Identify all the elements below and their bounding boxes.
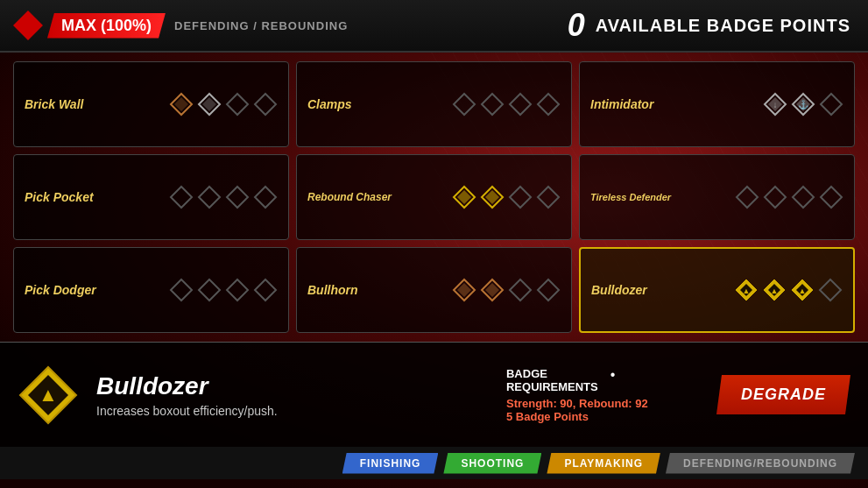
svg-marker-32 [199, 279, 220, 301]
tab-defending[interactable]: DEFENDING/REBOUNDING [666, 453, 855, 474]
svg-marker-6 [454, 94, 475, 115]
badge-icon [452, 185, 476, 209]
badge-icon [819, 185, 843, 209]
badge-icon [452, 92, 476, 117]
badge-icon [536, 185, 561, 209]
svg-marker-8 [510, 94, 531, 115]
badge-icons-brick-wall [90, 92, 278, 117]
tab-playmaking[interactable]: PLAYMAKING [547, 453, 660, 474]
badge-icon [169, 92, 194, 117]
svg-marker-25 [510, 187, 531, 208]
badge-icon [197, 92, 222, 117]
badge-card-pick-pocket[interactable]: Pick Pocket [13, 154, 289, 240]
badge-icon [197, 185, 222, 209]
badge-icon [536, 92, 561, 117]
badge-card-pick-dodger[interactable]: Pick Dodger [13, 247, 289, 333]
tab-shooting[interactable]: SHOOTING [443, 453, 541, 474]
header-left: MAX (100%) DEFENDING / REBOUNDING [18, 13, 348, 39]
badge-icon-gold-1: ▲ [734, 278, 759, 302]
badge-icons-tireless-defender [678, 185, 843, 209]
svg-marker-4 [227, 94, 248, 115]
badge-icon [819, 92, 843, 117]
badge-icon [735, 185, 759, 209]
svg-marker-31 [171, 279, 192, 301]
available-text: AVAILABLE BADGE POINTS [596, 16, 850, 36]
badge-icon [480, 185, 505, 209]
degrade-button[interactable]: DEGRADE [716, 375, 850, 414]
badge-card-bulldozer[interactable]: Bulldozer ▲ ▲ ▲ [579, 247, 855, 333]
badge-icons-intimidator: ↓ ⚓ [660, 92, 843, 117]
badge-icon [169, 278, 194, 302]
svg-marker-29 [793, 187, 814, 208]
badge-icons-pick-pocket [101, 185, 278, 209]
badge-icon [508, 278, 533, 302]
badge-card-intimidator[interactable]: Intimidator ↓ ⚓ [579, 61, 855, 147]
tab-finishing[interactable]: FINISHING [342, 453, 439, 474]
svg-marker-39 [510, 279, 531, 301]
svg-marker-28 [765, 187, 786, 208]
badge-icon [480, 92, 505, 117]
svg-marker-9 [538, 94, 559, 115]
svg-marker-5 [255, 94, 276, 115]
badge-icon: ⚓ [791, 92, 815, 117]
bulldozer-large-icon: ▲ [18, 364, 79, 426]
svg-text:⚓: ⚓ [798, 99, 809, 110]
badge-name-pick-pocket: Pick Pocket [25, 190, 94, 204]
badge-card-clamps[interactable]: Clamps [296, 61, 572, 147]
svg-marker-7 [482, 94, 503, 115]
svg-marker-40 [538, 279, 559, 301]
badge-icon-gold-3: ▲ [790, 278, 815, 302]
badge-card-tireless-defender[interactable]: Tireless Defender [579, 154, 855, 240]
badge-icon [818, 278, 843, 302]
footer-badge-desc: Increases boxout efficiency/push. [96, 404, 489, 418]
badge-icon [225, 278, 250, 302]
footer-badge-name: Bulldozer [96, 372, 489, 400]
badge-icons-clamps [359, 92, 561, 117]
badge-icon [791, 185, 815, 209]
badge-name-intimidator: Intimidator [590, 97, 653, 111]
badge-icon: ↓ [763, 92, 787, 117]
svg-text:▲: ▲ [771, 286, 779, 295]
badge-grid: Brick Wall Clamps [13, 61, 855, 333]
badge-card-bullhorn[interactable]: Bullhorn [296, 247, 572, 333]
badge-icon-gold-2: ▲ [762, 278, 787, 302]
req-title: BADGEREQUIREMENTS [506, 367, 598, 393]
badge-icon [508, 185, 533, 209]
requirements-section: BADGEREQUIREMENTS • Strength: 90, Reboun… [506, 367, 699, 423]
svg-marker-30 [821, 187, 842, 208]
svg-marker-19 [227, 187, 248, 208]
badge-name-brick-wall: Brick Wall [25, 97, 83, 111]
svg-marker-33 [227, 279, 248, 301]
footer-badge-info: Bulldozer Increases boxout efficiency/pu… [96, 372, 489, 418]
bottom-tabs: FINISHING SHOOTING PLAYMAKING DEFENDING/… [0, 447, 868, 479]
badge-icon [225, 185, 250, 209]
badge-icon [452, 278, 476, 302]
badge-icon [225, 92, 250, 117]
badge-grid-container: Brick Wall Clamps [0, 53, 868, 342]
badge-icons-pick-dodger [103, 278, 278, 302]
svg-marker-20 [255, 187, 276, 208]
req-details: Strength: 90, Rebound: 92 [506, 397, 699, 410]
svg-marker-26 [538, 187, 559, 208]
svg-text:▲: ▲ [39, 384, 58, 406]
badge-name-bulldozer: Bulldozer [591, 283, 647, 297]
badge-card-brick-wall[interactable]: Brick Wall [13, 61, 289, 147]
badge-count: 0 [568, 7, 585, 44]
badge-icon [508, 92, 533, 117]
req-dot: • [610, 367, 616, 383]
badge-icon [197, 278, 222, 302]
badge-card-rebound-chaser[interactable]: Rebound Chaser [296, 154, 572, 240]
svg-text:▲: ▲ [799, 286, 807, 295]
badge-icon [253, 185, 278, 209]
svg-text:▲: ▲ [743, 286, 751, 295]
badge-points-section: 0 AVAILABLE BADGE POINTS [568, 7, 850, 44]
badge-icon [763, 185, 787, 209]
badge-name-pick-dodger: Pick Dodger [25, 283, 96, 297]
svg-text:↓: ↓ [773, 100, 778, 110]
badge-name-bullhorn: Bullhorn [307, 283, 358, 297]
badge-name-clamps: Clamps [307, 97, 352, 111]
badge-icon [253, 92, 278, 117]
badge-icons-rebound-chaser [399, 185, 561, 209]
svg-marker-50 [820, 279, 841, 301]
svg-marker-34 [255, 279, 276, 301]
